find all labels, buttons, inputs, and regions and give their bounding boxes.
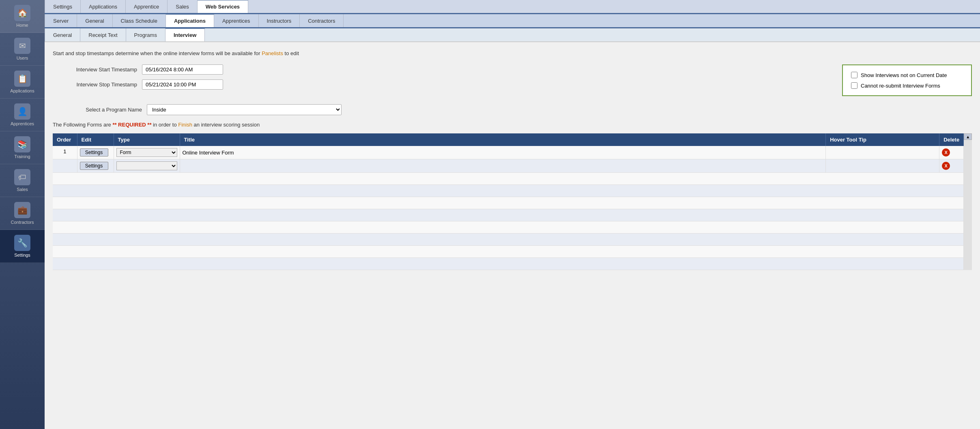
tab-interview[interactable]: Interview [165,28,205,41]
required-before: The Following Forms are [53,122,112,128]
sidebar-item-apprentices[interactable]: 👤 Apprentices [0,99,45,131]
tab-sales[interactable]: Sales [168,0,198,13]
stop-timestamp-label: Interview Stop Timestamp [53,82,142,88]
applications-icon: 📋 [14,71,30,87]
cell-type: Form Other [114,146,180,159]
sidebar: 🏠 Home ✉ Users 📋 Applications 👤 Apprenti… [0,0,45,429]
tab-programs[interactable]: Programs [126,28,165,41]
show-interviews-label: Show Interviews not on Current Date [861,72,947,78]
sidebar-item-home[interactable]: 🏠 Home [0,0,45,33]
checkbox-row-show-interviews: Show Interviews not on Current Date [851,72,963,78]
cannot-resubmit-checkbox[interactable] [851,82,858,89]
col-header-delete: Delete [939,133,964,146]
sidebar-item-users[interactable]: ✉ Users [0,33,45,66]
sidebar-item-sales[interactable]: 🏷 Sales [0,164,45,197]
cell-edit: Settings [77,146,114,159]
program-row: Select a Program Name Inside Outside Plu… [53,104,972,115]
cell-order [53,159,77,173]
sidebar-item-label: Applications [10,88,34,93]
info-text: Start and stop timestamps determine when… [53,50,972,56]
scrollbar[interactable]: ▲ [964,133,972,270]
sidebar-item-training[interactable]: 📚 Training [0,131,45,164]
tab-apprentice[interactable]: Apprentice [126,0,168,13]
content-area: Start and stop timestamps determine when… [45,42,980,429]
type-select-2[interactable]: Form [116,161,177,170]
main-content: Settings Applications Apprentice Sales W… [45,0,980,429]
tab-apprentices[interactable]: Apprentices [214,14,259,27]
show-interviews-checkbox[interactable] [851,72,858,78]
tab-contractors[interactable]: Contractors [300,14,344,27]
delete-button-2[interactable]: X [942,162,950,170]
required-middle: in order to [153,122,178,128]
required-end: an interview scoring session [194,122,260,128]
cannot-resubmit-label: Cannot re-submit Interview Forms [861,83,940,89]
sidebar-item-label: Apprentices [11,121,34,126]
table-row [53,246,964,258]
table-row [53,173,964,185]
info-text-end: to edit [285,50,299,56]
sidebar-item-settings[interactable]: 🔧 Settings [0,230,45,263]
col-header-edit: Edit [77,133,114,146]
finish-word: Finish [178,122,192,128]
stop-timestamp-row: Interview Stop Timestamp [53,79,604,90]
apprentices-icon: 👤 [14,103,30,120]
program-label: Select a Program Name [53,107,142,113]
tab-server[interactable]: Server [45,14,77,27]
table-row [53,258,964,270]
cell-type: Form [114,159,180,173]
users-icon: ✉ [14,38,30,54]
table-row: 1 Settings Form Other Online Interview F… [53,146,964,159]
checkbox-row-cannot-resubmit: Cannot re-submit Interview Forms [851,82,963,89]
secondary-tab-row: Server General Class Schedule Applicatio… [45,14,980,28]
sidebar-item-label: Sales [17,187,28,192]
type-select-1[interactable]: Form Other [116,148,177,157]
tab-general[interactable]: General [77,14,112,27]
sidebar-item-contractors[interactable]: 💼 Contractors [0,197,45,230]
table-row [53,221,964,234]
panelists-link[interactable]: Panelists [262,50,283,56]
sidebar-item-label: Settings [14,253,30,257]
delete-button-1[interactable]: X [942,148,950,157]
tertiary-tab-row: General Receipt Text Programs Interview [45,28,980,42]
sidebar-item-label: Contractors [11,220,34,225]
settings-button-2[interactable]: Settings [80,162,108,170]
cell-tooltip [826,146,939,159]
checkbox-panel: Show Interviews not on Current Date Cann… [842,64,972,96]
tab-applications[interactable]: Applications [81,0,126,13]
sales-icon: 🏷 [14,169,30,185]
required-marker: ** REQUIRED ** [112,122,151,128]
sidebar-item-applications[interactable]: 📋 Applications [0,66,45,99]
table-row [53,234,964,246]
table-container: Order Edit Type Title Hover Tool Tip Del… [53,133,972,270]
col-header-type: Type [114,133,180,146]
cell-title: Online Interview Form [180,146,826,159]
info-text-before: Start and stop timestamps determine when… [53,50,262,56]
sidebar-item-label: Users [17,56,28,60]
required-text: The Following Forms are ** REQUIRED ** i… [53,122,972,128]
tab-instructors[interactable]: Instructors [259,14,300,27]
tab-web-services[interactable]: Web Services [198,0,248,13]
stop-timestamp-input[interactable] [142,79,223,90]
col-header-order: Order [53,133,77,146]
start-timestamp-label: Interview Start Timestamp [53,66,142,73]
scroll-up-button[interactable]: ▲ [964,133,972,140]
home-icon: 🏠 [14,5,30,21]
contractors-icon: 💼 [14,202,30,218]
forms-table: Order Edit Type Title Hover Tool Tip Del… [53,133,964,270]
start-timestamp-row: Interview Start Timestamp [53,64,604,75]
tab-settings[interactable]: Settings [45,0,81,13]
tab-general-tertiary[interactable]: General [45,28,80,41]
cell-delete: X [939,159,964,173]
sidebar-item-label: Training [14,154,30,159]
cell-edit: Settings [77,159,114,173]
settings-button-1[interactable]: Settings [80,148,108,157]
tab-receipt-text[interactable]: Receipt Text [80,28,126,41]
col-header-title: Title [180,133,826,146]
table-row [53,197,964,209]
start-timestamp-input[interactable] [142,64,223,75]
primary-tab-row: Settings Applications Apprentice Sales W… [45,0,980,14]
settings-icon: 🔧 [14,235,30,251]
tab-applications-secondary[interactable]: Applications [166,14,214,27]
tab-class-schedule[interactable]: Class Schedule [113,14,166,27]
program-select[interactable]: Inside Outside Plumbing [147,104,342,115]
